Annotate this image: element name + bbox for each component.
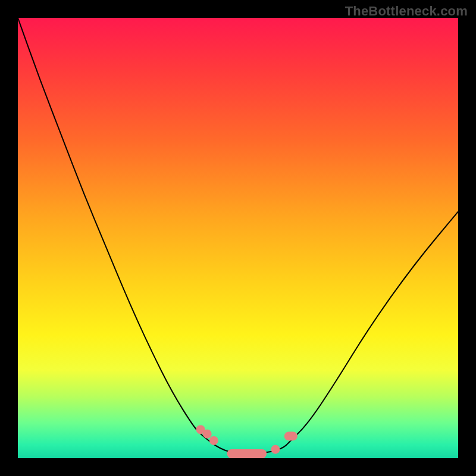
- right-mid-dot: [271, 445, 280, 454]
- trough-pill: [227, 449, 267, 458]
- attribution-label: TheBottleneck.com: [345, 4, 468, 19]
- markers-group: [196, 425, 298, 458]
- left-cluster-dot-3: [209, 436, 218, 445]
- plot-area: [18, 18, 458, 458]
- bottleneck-curve: [18, 18, 458, 454]
- left-cluster-dot-2: [203, 430, 212, 439]
- chart-frame: TheBottleneck.com: [0, 0, 476, 476]
- curve-svg: [18, 18, 458, 458]
- right-cluster-pill: [284, 432, 298, 441]
